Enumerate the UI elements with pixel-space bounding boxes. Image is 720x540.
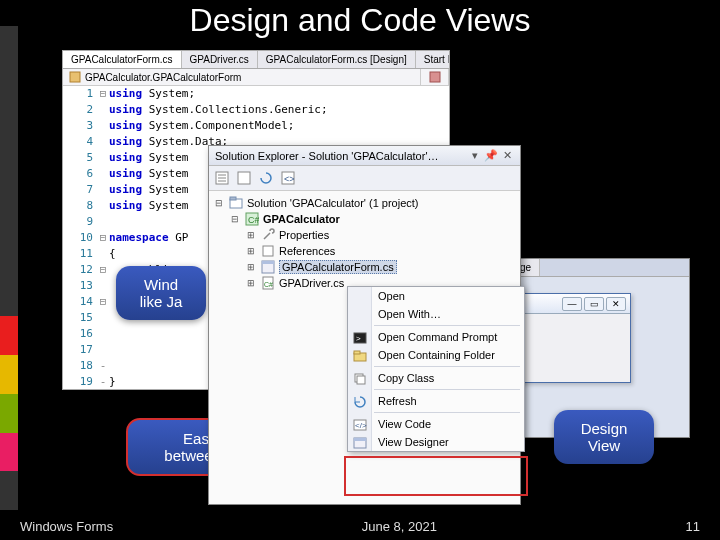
footer-left: Windows Forms — [20, 519, 113, 534]
expander-icon[interactable]: ⊟ — [213, 197, 225, 209]
fold-toggle[interactable]: ⊟ — [97, 230, 109, 246]
copy-icon — [352, 371, 368, 387]
line-number: 1 — [63, 86, 97, 102]
fold-toggle[interactable]: - — [97, 374, 109, 390]
view-code-icon[interactable]: <> — [279, 169, 297, 187]
expander-icon[interactable]: ⊞ — [245, 245, 257, 257]
scope-dropdown[interactable]: GPACalculator.GPACalculatorForm — [63, 69, 421, 85]
close-button[interactable]: ✕ — [606, 297, 626, 311]
fold-toggle[interactable]: ⊟ — [97, 86, 109, 102]
line-number: 16 — [63, 326, 97, 342]
line-number: 3 — [63, 118, 97, 134]
minimize-button[interactable]: — — [562, 297, 582, 311]
line-number: 12 — [63, 262, 97, 278]
form-file-icon — [261, 260, 275, 274]
references-node[interactable]: ⊞ References — [209, 243, 520, 259]
cs-file-icon: C# — [261, 276, 275, 290]
ctx-view-code-label: View Code — [378, 418, 431, 430]
ctx-view-designer-label: View Designer — [378, 436, 449, 448]
fold-toggle[interactable]: ⊟ — [97, 294, 109, 310]
ctx-separator — [374, 366, 520, 367]
solution-icon — [229, 196, 243, 210]
fold-toggle — [97, 214, 109, 230]
ctx-open-folder[interactable]: Open Containing Folder — [348, 346, 524, 364]
solution-explorer-toolbar: <> — [209, 166, 520, 191]
solution-tree: ⊟ Solution 'GPACalculator' (1 project) ⊟… — [209, 191, 520, 295]
expander-icon[interactable]: ⊞ — [245, 277, 257, 289]
ctx-open-with[interactable]: Open With… — [348, 305, 524, 323]
line-number: 11 — [63, 246, 97, 262]
fold-toggle — [97, 182, 109, 198]
fold-toggle — [97, 102, 109, 118]
solution-label: Solution 'GPACalculator' (1 project) — [247, 197, 419, 209]
fold-toggle — [97, 150, 109, 166]
line-number: 18 — [63, 358, 97, 374]
svg-text:C#: C# — [248, 215, 259, 225]
fold-toggle — [97, 246, 109, 262]
tab-code-file[interactable]: GPACalculatorForm.cs — [63, 51, 182, 68]
expander-icon[interactable]: ⊞ — [245, 261, 257, 273]
ctx-view-code[interactable]: </> View Code — [348, 415, 524, 433]
svg-text:</>: </> — [355, 421, 367, 430]
line-number: 19 — [63, 374, 97, 390]
ctx-copy-class[interactable]: Copy Class — [348, 369, 524, 387]
context-menu: Open Open With… > Open Command Prompt Op… — [347, 286, 525, 452]
tab-start-page[interactable]: Start Page — [416, 51, 450, 68]
terminal-icon: > — [352, 330, 368, 346]
dropdown-icon[interactable]: ▾ — [468, 149, 482, 162]
ctx-view-designer[interactable]: View Designer — [348, 433, 524, 451]
code-line[interactable]: using System.ComponentModel; — [109, 118, 449, 134]
fold-toggle — [97, 118, 109, 134]
tab-driver-file[interactable]: GPADriver.cs — [182, 51, 258, 68]
project-label: GPACalculator — [263, 213, 340, 225]
line-number: 14 — [63, 294, 97, 310]
ctx-open[interactable]: Open — [348, 287, 524, 305]
fold-toggle[interactable]: ⊟ — [97, 262, 109, 278]
ctx-separator — [374, 389, 520, 390]
ctx-open-label: Open — [378, 290, 405, 302]
pin-icon[interactable]: 📌 — [484, 149, 498, 162]
fold-toggle — [97, 166, 109, 182]
line-number: 2 — [63, 102, 97, 118]
callout-windlike-text: Wind like Ja — [122, 276, 200, 310]
solution-node[interactable]: ⊟ Solution 'GPACalculator' (1 project) — [209, 195, 520, 211]
svg-text:<>: <> — [284, 174, 295, 184]
svg-rect-16 — [262, 261, 274, 264]
fold-toggle — [97, 278, 109, 294]
refresh-icon[interactable] — [257, 169, 275, 187]
form-cs-label: GPACalculatorForm.cs — [279, 260, 397, 274]
refresh-icon — [352, 394, 368, 410]
fold-toggle — [97, 342, 109, 358]
ctx-open-with-label: Open With… — [378, 308, 441, 320]
expander-icon[interactable]: ⊟ — [229, 213, 241, 225]
show-all-icon[interactable] — [235, 169, 253, 187]
line-number: 5 — [63, 150, 97, 166]
folder-icon — [352, 348, 368, 364]
fold-toggle — [97, 134, 109, 150]
references-icon — [261, 244, 275, 258]
expander-icon[interactable]: ⊞ — [245, 229, 257, 241]
project-node[interactable]: ⊟ C# GPACalculator — [209, 211, 520, 227]
svg-rect-14 — [263, 246, 273, 256]
properties-node[interactable]: ⊞ Properties — [209, 227, 520, 243]
solution-explorer: Solution Explorer - Solution 'GPACalcula… — [208, 145, 521, 505]
fold-toggle[interactable]: - — [97, 358, 109, 374]
code-line[interactable]: using System; — [109, 86, 449, 102]
project-icon: C# — [245, 212, 259, 226]
tab-design-file[interactable]: GPACalculatorForm.cs [Design] — [258, 51, 416, 68]
member-dropdown[interactable] — [421, 69, 449, 85]
line-number: 8 — [63, 198, 97, 214]
maximize-button[interactable]: ▭ — [584, 297, 604, 311]
properties-icon[interactable] — [213, 169, 231, 187]
line-number: 4 — [63, 134, 97, 150]
code-line[interactable]: using System.Collections.Generic; — [109, 102, 449, 118]
callout-design-view: Design View — [554, 410, 654, 464]
open-with-icon — [352, 307, 368, 323]
slide-title: Design and Code Views — [0, 2, 720, 39]
ctx-open-cmd[interactable]: > Open Command Prompt — [348, 328, 524, 346]
form-cs-node[interactable]: ⊞ GPACalculatorForm.cs — [209, 259, 520, 275]
ctx-refresh[interactable]: Refresh — [348, 392, 524, 410]
solution-explorer-titlebar: Solution Explorer - Solution 'GPACalcula… — [209, 146, 520, 166]
close-panel-icon[interactable]: ✕ — [500, 149, 514, 162]
line-number: 17 — [63, 342, 97, 358]
